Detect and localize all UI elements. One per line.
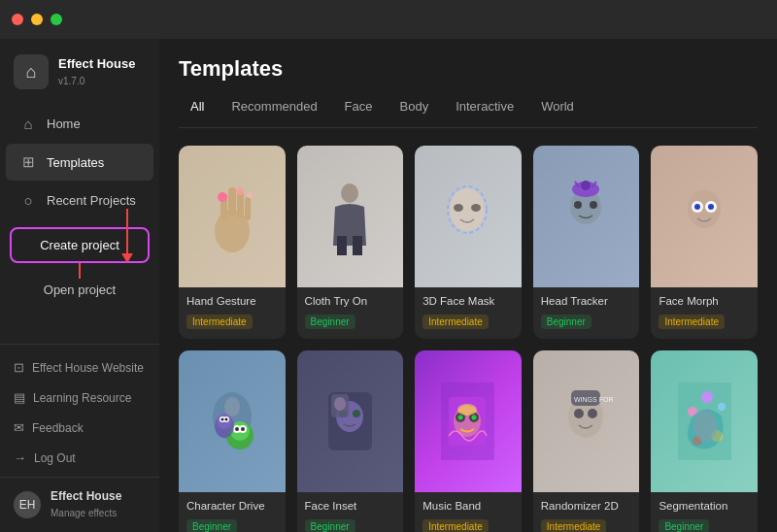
template-thumb-cloth-tryon — [297, 146, 404, 287]
template-info-char-drive: Character Drive Beginner — [179, 492, 286, 532]
sidebar-item-feedback[interactable]: ✉ Feedback — [0, 413, 159, 443]
svg-point-16 — [574, 201, 582, 209]
template-card-hand-gesture[interactable]: Hand Gesture Intermediate — [179, 146, 286, 339]
badge-face-mask: Intermediate — [422, 315, 489, 329]
template-info-head-tracker: Head Tracker Beginner — [533, 287, 640, 339]
learning-icon: ▤ — [14, 390, 25, 405]
logout-icon: → — [14, 450, 26, 465]
maximize-button[interactable] — [51, 14, 62, 25]
template-card-face-inset[interactable]: Face Inset Beginner — [297, 350, 404, 532]
learning-label: Learning Resource — [33, 391, 131, 405]
minimize-button[interactable] — [31, 14, 43, 25]
sidebar-label-home: Home — [47, 116, 81, 131]
svg-point-23 — [694, 204, 700, 210]
tab-face[interactable]: Face — [333, 95, 385, 117]
templates-icon: ⊞ — [19, 153, 37, 171]
template-info-face-inset: Face Inset Beginner — [297, 492, 404, 532]
svg-point-5 — [218, 192, 227, 202]
svg-point-51 — [472, 416, 477, 420]
sidebar-logo: ⌂ Effect House v1.7.0 — [0, 39, 159, 101]
template-card-face-mask[interactable]: 3D Face Mask Intermediate — [415, 146, 522, 339]
svg-point-37 — [224, 418, 227, 421]
template-card-cloth-tryon[interactable]: Cloth Try On Beginner — [297, 146, 404, 339]
user-subtitle: Manage effects — [51, 508, 117, 518]
tab-interactive[interactable]: Interactive — [444, 95, 525, 117]
logo-icon: ⌂ — [14, 54, 49, 89]
recent-icon: ○ — [19, 192, 37, 209]
svg-point-7 — [247, 192, 253, 198]
sidebar-item-website[interactable]: ⊡ Effect House Website — [0, 352, 159, 382]
sidebar-item-home[interactable]: ⌂ Home — [6, 106, 153, 142]
template-thumb-char-drive — [179, 350, 286, 492]
user-name: Effect House — [51, 489, 121, 503]
close-button[interactable] — [12, 14, 23, 25]
template-name-head-tracker: Head Tracker — [541, 295, 632, 307]
template-name-cloth-tryon: Cloth Try On — [305, 295, 396, 307]
filter-tabs: All Recommended Face Body Interactive Wo… — [179, 95, 758, 128]
svg-point-44 — [334, 397, 346, 411]
arrow-head — [121, 253, 133, 263]
badge-segmentation: Beginner — [659, 519, 709, 532]
sidebar-bottom-links: ⊡ Effect House Website ▤ Learning Resour… — [0, 344, 159, 477]
main-content: Templates All Recommended Face Body Inte… — [159, 39, 777, 532]
template-thumb-face-morph — [651, 146, 758, 287]
titlebar — [0, 0, 777, 39]
sidebar-item-learning[interactable]: ▤ Learning Resource — [0, 382, 159, 413]
sidebar-item-templates[interactable]: ⊞ Templates — [6, 144, 153, 181]
template-name-face-inset: Face Inset — [305, 500, 396, 512]
sidebar: ⌂ Effect House v1.7.0 ⌂ Home ⊞ Templates… — [0, 39, 159, 532]
template-card-face-morph[interactable]: Face Morph Intermediate — [651, 146, 758, 339]
svg-point-55 — [588, 409, 597, 418]
template-card-char-drive[interactable]: Character Drive Beginner — [179, 350, 286, 532]
svg-rect-1 — [228, 187, 236, 216]
svg-point-19 — [581, 181, 591, 190]
template-name-segmentation: Segmentation — [659, 500, 750, 512]
svg-point-12 — [454, 204, 463, 212]
template-name-char-drive: Character Drive — [186, 500, 278, 512]
template-card-randomizer[interactable]: WINGS FOREST Randomizer 2D Intermediate — [533, 350, 640, 532]
template-info-segmentation: Segmentation Beginner — [651, 492, 758, 532]
svg-point-64 — [693, 411, 717, 442]
tab-body[interactable]: Body — [388, 95, 441, 117]
app-name: Effect House — [58, 56, 135, 71]
template-card-head-tracker[interactable]: Head Tracker Beginner — [533, 146, 640, 339]
badge-face-inset: Beginner — [305, 519, 355, 532]
template-info-face-morph: Face Morph Intermediate — [651, 287, 758, 339]
svg-point-31 — [241, 427, 245, 431]
sidebar-user[interactable]: EH Effect House Manage effects — [0, 477, 159, 532]
template-info-music-band: Music Band Intermediate — [415, 492, 522, 532]
tab-all[interactable]: All — [179, 95, 216, 117]
template-info-cloth-tryon: Cloth Try On Beginner — [297, 287, 404, 339]
badge-music-band: Intermediate — [422, 519, 489, 532]
template-card-segmentation[interactable]: Segmentation Beginner — [651, 350, 758, 532]
sidebar-item-recent[interactable]: ○ Recent Projects — [6, 183, 153, 218]
badge-cloth-tryon: Beginner — [305, 315, 355, 329]
template-thumb-hand-gesture — [179, 146, 286, 287]
svg-point-42 — [353, 410, 360, 417]
template-thumb-head-tracker — [533, 146, 640, 287]
arrow-indicator — [126, 209, 128, 257]
badge-hand-gesture: Intermediate — [186, 315, 253, 329]
tab-recommended[interactable]: Recommended — [220, 95, 328, 117]
template-thumb-face-inset — [297, 350, 404, 492]
svg-text:WINGS FOREST: WINGS FOREST — [574, 396, 613, 403]
template-card-music-band[interactable]: Music Band Intermediate — [415, 350, 522, 532]
home-icon: ⌂ — [19, 116, 37, 132]
sidebar-item-logout[interactable]: → Log Out — [0, 443, 159, 473]
template-name-music-band: Music Band — [422, 500, 514, 512]
template-thumb-segmentation — [651, 350, 758, 492]
avatar-initials: EH — [19, 498, 36, 512]
svg-point-61 — [718, 403, 726, 411]
template-name-randomizer: Randomizer 2D — [541, 500, 632, 512]
template-name-face-morph: Face Morph — [659, 295, 750, 307]
svg-point-52 — [457, 404, 477, 416]
open-project-button[interactable]: Open project — [10, 277, 150, 303]
tab-world[interactable]: World — [529, 95, 586, 117]
svg-point-24 — [708, 204, 714, 210]
template-thumb-face-mask — [415, 146, 522, 287]
template-name-hand-gesture: Hand Gesture — [186, 295, 278, 307]
sidebar-nav: ⌂ Home ⊞ Templates ○ Recent Projects Cre… — [0, 101, 159, 344]
svg-point-54 — [574, 409, 584, 418]
svg-point-30 — [235, 427, 239, 431]
sidebar-label-recent: Recent Projects — [47, 193, 136, 208]
